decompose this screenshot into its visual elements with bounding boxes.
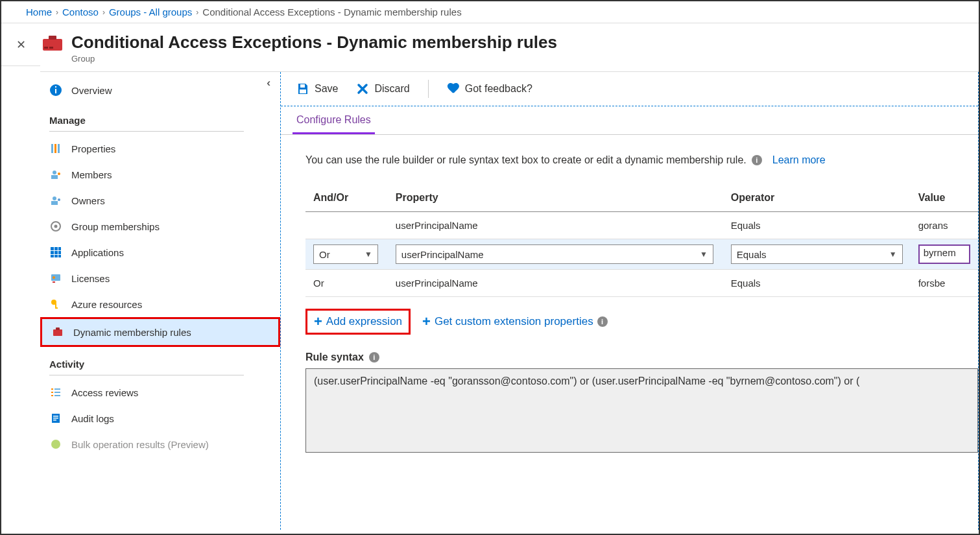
sidebar-item-members[interactable]: Members xyxy=(40,161,280,187)
breadcrumb: Home › Contoso › Groups - All groups › C… xyxy=(1,1,979,23)
svg-rect-22 xyxy=(54,251,58,254)
sidebar-item-label: Licenses xyxy=(71,273,110,284)
sidebar-item-label: Azure resources xyxy=(71,299,142,310)
col-value: Value xyxy=(911,185,978,212)
feedback-button[interactable]: Got feedback? xyxy=(447,82,532,95)
info-icon[interactable]: i xyxy=(369,352,379,363)
page-header: Conditional Access Exceptions - Dynamic … xyxy=(40,23,979,72)
svg-rect-6 xyxy=(55,86,56,88)
breadcrumb-groups[interactable]: Groups - All groups xyxy=(109,6,192,18)
chevron-right-icon: › xyxy=(56,8,58,17)
svg-rect-21 xyxy=(51,251,54,254)
rule-table: And/Or Property Operator Value userPrinc… xyxy=(305,185,978,297)
learn-more-link[interactable]: Learn more xyxy=(772,154,826,166)
property-dropdown[interactable]: userPrincipalName ▼ xyxy=(396,244,713,264)
svg-rect-34 xyxy=(56,327,60,330)
sidebar-item-overview[interactable]: Overview xyxy=(40,77,280,103)
table-row-selected[interactable]: Or ▼ userPrincipalName ▼ xyxy=(305,239,978,270)
value-input[interactable]: byrnem xyxy=(918,244,970,264)
sidebar-item-properties[interactable]: Properties xyxy=(40,136,280,161)
intro-text: You can use the rule builder or rule syn… xyxy=(305,154,978,166)
info-icon[interactable]: i xyxy=(752,155,762,165)
breadcrumb-home[interactable]: Home xyxy=(26,6,52,18)
sidebar-item-applications[interactable]: Applications xyxy=(40,239,280,265)
svg-rect-0 xyxy=(43,39,62,51)
page-subtitle: Group xyxy=(71,54,557,64)
feedback-label: Got feedback? xyxy=(465,83,532,95)
page-title: Conditional Access Exceptions - Dynamic … xyxy=(71,32,557,53)
svg-rect-14 xyxy=(51,201,58,205)
sidebar-section-activity: Activity xyxy=(40,347,280,374)
content-pane: Save Discard Got feedback? Configure Rul… xyxy=(280,72,979,530)
svg-point-45 xyxy=(51,440,60,449)
svg-rect-40 xyxy=(54,395,60,396)
svg-rect-38 xyxy=(54,392,60,393)
save-button[interactable]: Save xyxy=(296,82,338,95)
svg-rect-36 xyxy=(54,388,60,390)
svg-rect-24 xyxy=(51,255,54,257)
svg-rect-32 xyxy=(55,307,58,309)
sidebar-item-licenses[interactable]: Licenses xyxy=(40,265,280,291)
briefcase-icon xyxy=(51,326,64,339)
svg-point-10 xyxy=(53,171,56,174)
operator-dropdown[interactable]: Equals ▼ xyxy=(731,244,903,264)
chevron-right-icon: › xyxy=(196,8,198,17)
grid-icon xyxy=(49,246,62,259)
sidebar-item-label: Audit logs xyxy=(71,413,114,424)
properties-icon xyxy=(49,142,62,155)
sidebar-item-access-reviews[interactable]: Access reviews xyxy=(40,379,280,405)
chevron-down-icon: ▼ xyxy=(889,250,897,259)
discard-label: Discard xyxy=(374,83,409,95)
col-andor: And/Or xyxy=(305,185,388,212)
chevron-right-icon: › xyxy=(102,8,105,17)
svg-rect-35 xyxy=(51,388,53,390)
svg-rect-5 xyxy=(55,89,56,93)
svg-rect-18 xyxy=(51,247,54,250)
svg-rect-11 xyxy=(51,175,58,179)
sidebar-item-dynamic-membership-rules[interactable]: Dynamic membership rules xyxy=(40,317,280,347)
svg-rect-33 xyxy=(53,329,62,336)
table-row[interactable]: userPrincipalName Equals gorans xyxy=(305,212,978,239)
svg-rect-25 xyxy=(54,255,58,257)
table-row[interactable]: Or userPrincipalName Equals forsbe xyxy=(305,270,978,297)
svg-point-17 xyxy=(54,225,58,228)
svg-point-13 xyxy=(53,196,56,200)
chevron-down-icon: ▼ xyxy=(700,250,708,259)
info-icon[interactable]: i xyxy=(597,316,608,327)
members-icon xyxy=(49,168,62,181)
save-label: Save xyxy=(315,83,338,95)
sidebar-section-manage: Manage xyxy=(40,103,280,130)
tab-configure-rules[interactable]: Configure Rules xyxy=(293,106,375,134)
rule-syntax-label: Rule syntax i xyxy=(305,351,978,363)
svg-rect-3 xyxy=(49,47,53,49)
sidebar-item-label: Overview xyxy=(71,85,112,96)
collapse-sidebar-icon[interactable]: ‹‹ xyxy=(267,77,267,89)
discard-button[interactable]: Discard xyxy=(356,82,409,95)
group-briefcase-icon xyxy=(40,34,65,53)
svg-point-28 xyxy=(53,276,55,279)
svg-rect-9 xyxy=(58,144,60,153)
col-operator: Operator xyxy=(723,185,911,212)
sidebar-item-group-memberships[interactable]: Group memberships xyxy=(40,213,280,239)
rule-syntax-textbox[interactable]: (user.userPrincipalName -eq "goransson@c… xyxy=(305,368,978,453)
chevron-down-icon: ▼ xyxy=(365,250,372,259)
breadcrumb-tenant[interactable]: Contoso xyxy=(62,6,99,18)
svg-rect-20 xyxy=(58,247,61,250)
checklist-icon xyxy=(49,386,62,399)
sidebar-item-bulk-operation-results[interactable]: Bulk operation results (Preview) xyxy=(40,431,280,457)
andor-dropdown[interactable]: Or ▼ xyxy=(313,244,378,264)
svg-rect-44 xyxy=(53,420,56,421)
add-expression-button[interactable]: + Add expression xyxy=(305,309,411,335)
license-icon xyxy=(49,272,62,285)
svg-rect-23 xyxy=(58,251,61,254)
get-custom-extension-button[interactable]: + Get custom extension properties i xyxy=(422,315,608,329)
close-icon[interactable]: ✕ xyxy=(16,38,26,65)
sidebar-item-owners[interactable]: Owners xyxy=(40,187,280,213)
sidebar-item-label: Group memberships xyxy=(71,221,160,232)
svg-rect-8 xyxy=(54,144,56,153)
sidebar-item-audit-logs[interactable]: Audit logs xyxy=(40,405,280,431)
command-bar: Save Discard Got feedback? xyxy=(281,72,978,106)
sidebar-item-azure-resources[interactable]: Azure resources xyxy=(40,291,280,317)
svg-rect-1 xyxy=(49,36,56,40)
plus-icon: + xyxy=(314,315,322,329)
